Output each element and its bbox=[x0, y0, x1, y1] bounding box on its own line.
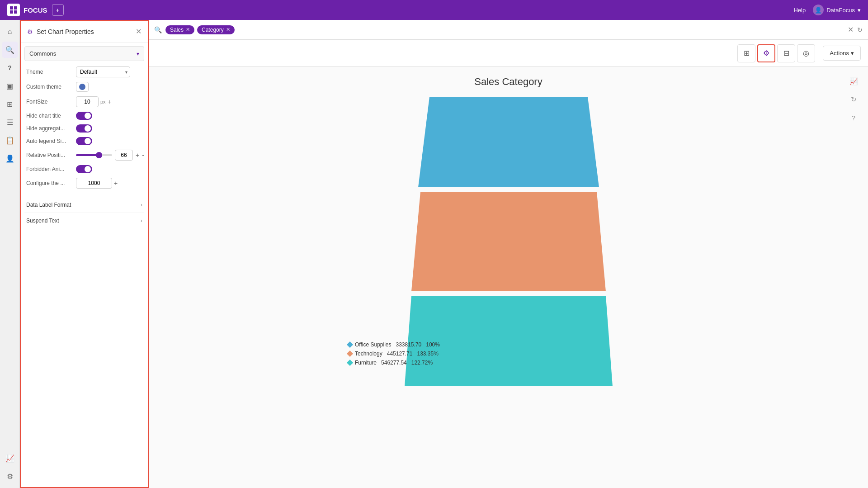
sidebar-settings-icon[interactable]: ⚙ bbox=[2, 468, 18, 484]
hide-chart-title-toggle[interactable] bbox=[76, 112, 92, 120]
auto-legend-control bbox=[76, 137, 142, 145]
legend: Office Supplies 333815.70 100% Technolog… bbox=[348, 341, 440, 366]
legend-item-technology: Technology 445127.71 133.35% bbox=[348, 351, 440, 357]
legend-technology-label: Technology bbox=[355, 351, 382, 357]
legend-office-supplies-pct: 100% bbox=[426, 341, 440, 348]
color-dot bbox=[79, 84, 85, 90]
sidebar-user-icon[interactable]: 👤 bbox=[2, 150, 18, 166]
toolbar-settings-icon-button[interactable]: ⚙ bbox=[757, 44, 775, 62]
fontsize-input[interactable] bbox=[76, 96, 99, 107]
sidebar-analytics-icon[interactable]: 📈 bbox=[2, 450, 18, 466]
search-clear-button[interactable]: ✕ bbox=[848, 25, 854, 34]
sidebar-home-icon[interactable]: ⌂ bbox=[2, 24, 18, 40]
sidebar-search-icon[interactable]: 🔍 bbox=[2, 42, 18, 58]
panel-gear-icon: ⚙ bbox=[27, 28, 33, 35]
relative-positi-control: + - bbox=[76, 150, 144, 161]
legend-furniture-label: Furniture bbox=[355, 360, 377, 366]
hide-aggregat-row: Hide aggregat... bbox=[26, 124, 142, 133]
user-menu[interactable]: 👤 DataFocus ▾ bbox=[813, 5, 861, 15]
suspend-text-row[interactable]: Suspend Text › bbox=[24, 213, 144, 228]
add-tab-button[interactable]: + bbox=[52, 4, 64, 16]
theme-select[interactable]: Default bbox=[76, 66, 130, 77]
svg-rect-3 bbox=[14, 10, 17, 14]
auto-legend-row: Auto legend Si... bbox=[26, 137, 142, 145]
forbidden-ani-toggle[interactable] bbox=[76, 165, 92, 173]
right-refresh-icon[interactable]: ↻ bbox=[846, 92, 861, 107]
panel-title: Set Chart Properties bbox=[37, 28, 94, 35]
right-panel-icons: 📈 ↻ ? bbox=[846, 67, 861, 488]
right-help-icon[interactable]: ? bbox=[846, 110, 861, 125]
relative-positi-increment-button[interactable]: + bbox=[136, 152, 139, 158]
commons-section-header[interactable]: Commons ▾ bbox=[24, 46, 144, 61]
theme-select-wrapper[interactable]: Default bbox=[76, 66, 130, 77]
relative-positi-label: Relative Positi... bbox=[26, 152, 76, 158]
legend-diamond-technology bbox=[347, 351, 353, 357]
toolbar-grid-icon-button[interactable]: ⊟ bbox=[777, 44, 795, 62]
toolbar-table-icon-button[interactable]: ⊞ bbox=[737, 44, 755, 62]
forbidden-ani-toggle-wrap bbox=[76, 165, 92, 173]
sidebar-report-icon[interactable]: 📋 bbox=[2, 132, 18, 148]
panel-header: ⚙ Set Chart Properties ✕ bbox=[21, 21, 148, 43]
properties-panel: ⚙ Set Chart Properties ✕ Commons ▾ Theme… bbox=[20, 20, 149, 488]
sidebar-table-icon[interactable]: ⊞ bbox=[2, 96, 18, 112]
custom-theme-control bbox=[76, 82, 142, 92]
svg-rect-2 bbox=[10, 10, 13, 14]
logo-icon bbox=[7, 4, 20, 16]
legend-furniture-value: 546277.54 bbox=[381, 360, 407, 366]
relative-positi-decrement-button[interactable]: - bbox=[142, 152, 144, 158]
svg-rect-1 bbox=[14, 6, 17, 9]
user-name: DataFocus bbox=[826, 7, 855, 14]
funnel-bar-technology bbox=[411, 192, 606, 291]
commons-chevron-icon: ▾ bbox=[137, 51, 139, 57]
toolbar-chart-icon-button[interactable]: ◎ bbox=[797, 44, 815, 62]
search-bar-icon: 🔍 bbox=[154, 26, 162, 33]
search-tag-category-remove-button[interactable]: ✕ bbox=[226, 27, 230, 33]
actions-chevron-icon: ▾ bbox=[851, 50, 854, 57]
hide-aggregat-toggle[interactable] bbox=[76, 124, 92, 133]
color-input[interactable] bbox=[76, 82, 89, 92]
actions-button[interactable]: Actions ▾ bbox=[823, 46, 861, 61]
sidebar: ⌂ 🔍 ? ▣ ⊞ ☰ 📋 👤 📈 ⚙ bbox=[0, 20, 20, 488]
toolbar: ⊞ ⚙ ⊟ ◎ Actions ▾ bbox=[149, 40, 868, 67]
fontsize-input-wrap: px + bbox=[76, 96, 111, 107]
legend-furniture-pct: 122.72% bbox=[411, 360, 433, 366]
commons-label: Commons bbox=[29, 50, 56, 57]
legend-office-supplies-label: Office Supplies bbox=[355, 341, 392, 348]
legend-diamond-office-supplies bbox=[347, 341, 353, 348]
avatar: 👤 bbox=[813, 5, 824, 15]
sidebar-inbox-icon[interactable]: ☰ bbox=[2, 114, 18, 130]
chart-area: Sales Category Office Suppl bbox=[149, 67, 868, 488]
panel-header-left: ⚙ Set Chart Properties bbox=[27, 28, 94, 35]
custom-theme-row: Custom theme bbox=[26, 82, 142, 92]
chart-title: Sales Category bbox=[474, 76, 542, 88]
search-tag-sales-remove-button[interactable]: ✕ bbox=[186, 27, 190, 33]
commons-section-body: Theme Default Custom theme bbox=[24, 63, 144, 197]
hide-chart-title-toggle-wrap bbox=[76, 112, 92, 120]
hide-aggregat-toggle-wrap bbox=[76, 124, 92, 133]
fontsize-unit: px bbox=[100, 99, 106, 104]
configure-label: Configure the ... bbox=[26, 180, 76, 186]
data-label-format-row[interactable]: Data Label Format › bbox=[24, 197, 144, 213]
slider-wrap: + - bbox=[76, 150, 144, 161]
relative-positi-input[interactable] bbox=[115, 150, 133, 161]
actions-label: Actions bbox=[830, 50, 849, 57]
help-link[interactable]: Help bbox=[793, 7, 806, 14]
right-trend-icon[interactable]: 📈 bbox=[846, 74, 861, 89]
legend-item-office-supplies: Office Supplies 333815.70 100% bbox=[348, 341, 440, 348]
search-tag-sales-label: Sales bbox=[170, 27, 184, 33]
panel-close-button[interactable]: ✕ bbox=[136, 27, 142, 36]
configure-increment-button[interactable]: + bbox=[114, 180, 118, 186]
sidebar-question-icon[interactable]: ? bbox=[2, 60, 18, 76]
search-tag-category: Category ✕ bbox=[197, 25, 235, 34]
svg-rect-0 bbox=[10, 6, 13, 9]
fontsize-increment-button[interactable]: + bbox=[108, 99, 111, 105]
relative-positi-slider[interactable] bbox=[76, 154, 112, 156]
sidebar-monitor-icon[interactable]: ▣ bbox=[2, 78, 18, 94]
configure-row: Configure the ... + bbox=[26, 178, 142, 189]
legend-technology-pct: 133.35% bbox=[417, 351, 438, 357]
topnav: FOCUS + Help 👤 DataFocus ▾ bbox=[0, 0, 868, 20]
search-refresh-button[interactable]: ↻ bbox=[857, 26, 863, 33]
funnel-bar-furniture bbox=[405, 296, 613, 386]
auto-legend-toggle[interactable] bbox=[76, 137, 92, 145]
configure-input[interactable] bbox=[76, 178, 112, 189]
